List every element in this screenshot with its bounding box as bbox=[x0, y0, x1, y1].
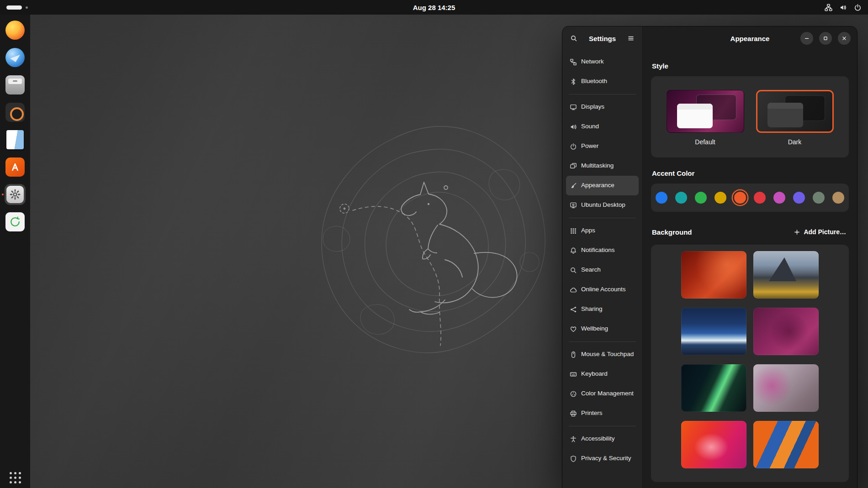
accent-color-blue[interactable] bbox=[656, 192, 667, 204]
sidebar-list: Network Bluetooth Displays Sound Power M… bbox=[562, 50, 642, 488]
accent-color-green[interactable] bbox=[695, 192, 707, 204]
wallpaper-mountain-autumn[interactable] bbox=[753, 251, 819, 299]
appearance-content: Style Default Dark bbox=[643, 50, 857, 488]
sidebar-item-displays[interactable]: Displays bbox=[566, 97, 639, 117]
share-icon bbox=[570, 306, 577, 313]
dock-camera[interactable] bbox=[5, 102, 26, 123]
wallpaper-pale-mascot[interactable] bbox=[753, 364, 819, 412]
sidebar-separator bbox=[569, 341, 636, 342]
dock-thunderbird[interactable] bbox=[5, 47, 26, 68]
wallpaper-desert-illustration[interactable] bbox=[753, 421, 819, 468]
sidebar-item-appearance[interactable]: Appearance bbox=[566, 176, 639, 195]
wallpaper-card bbox=[651, 245, 849, 482]
sidebar-item-privacy-security[interactable]: Privacy & Security bbox=[566, 449, 639, 468]
desktop-wallpaper-artwork bbox=[308, 118, 564, 374]
search-button[interactable] bbox=[566, 31, 582, 46]
apps-grid-icon bbox=[570, 227, 577, 235]
camera-icon bbox=[5, 103, 25, 122]
sidebar-item-search[interactable]: Search bbox=[566, 260, 639, 280]
sidebar-item-power[interactable]: Power bbox=[566, 136, 639, 156]
libreoffice-writer-icon bbox=[6, 130, 24, 149]
sidebar-header: Settings bbox=[562, 26, 642, 50]
add-picture-button[interactable]: Add Picture… bbox=[792, 226, 848, 238]
app-center-icon bbox=[5, 157, 25, 177]
show-apps-button[interactable] bbox=[10, 472, 21, 483]
menu-button[interactable] bbox=[623, 31, 639, 46]
sidebar-item-notifications[interactable]: Notifications bbox=[566, 241, 639, 260]
active-workspace-pill bbox=[6, 5, 22, 10]
accent-color-pink[interactable] bbox=[773, 192, 785, 204]
menu-icon bbox=[627, 35, 635, 42]
accent-color-orange[interactable] bbox=[734, 192, 746, 204]
workspace-indicator[interactable] bbox=[6, 5, 28, 10]
wallpaper-aurora[interactable] bbox=[681, 364, 746, 412]
style-option-default[interactable]: Default bbox=[667, 90, 744, 146]
sidebar-item-label: Power bbox=[581, 142, 598, 150]
sidebar-item-ubuntu-desktop[interactable]: Ubuntu Desktop bbox=[566, 195, 639, 215]
accessibility-icon bbox=[570, 436, 577, 443]
style-section-label: Style bbox=[652, 62, 848, 70]
minimize-button[interactable] bbox=[800, 32, 813, 45]
multitasking-icon bbox=[570, 163, 577, 170]
sidebar-item-sharing[interactable]: Sharing bbox=[566, 299, 639, 319]
sidebar-item-bluetooth[interactable]: Bluetooth bbox=[566, 72, 639, 91]
wallpaper-red-abstract[interactable] bbox=[681, 251, 746, 299]
sidebar-item-online-accounts[interactable]: Online Accounts bbox=[566, 280, 639, 299]
dock-firefox[interactable] bbox=[5, 20, 26, 41]
sidebar-item-label: Online Accounts bbox=[581, 286, 626, 294]
settings-highlight bbox=[5, 184, 26, 205]
network-icon bbox=[570, 58, 577, 66]
sidebar-item-wellbeing[interactable]: Wellbeing bbox=[566, 319, 639, 339]
sidebar-item-label: Displays bbox=[581, 103, 604, 111]
wallpaper-pink-orange-mascot[interactable] bbox=[681, 421, 746, 468]
dark-style-preview bbox=[756, 90, 834, 133]
accent-color-red[interactable] bbox=[754, 192, 766, 204]
sidebar-item-apps[interactable]: Apps bbox=[566, 221, 639, 241]
wallpaper-ocean-storm[interactable] bbox=[681, 308, 746, 355]
accent-color-sage[interactable] bbox=[813, 192, 825, 204]
close-button[interactable] bbox=[838, 32, 851, 45]
sidebar-item-label: Mouse & Touchpad bbox=[581, 351, 634, 358]
sidebar-item-label: Keyboard bbox=[581, 370, 608, 378]
sidebar-item-label: Accessibility bbox=[581, 435, 615, 443]
sidebar-item-keyboard[interactable]: Keyboard bbox=[566, 364, 639, 384]
files-icon bbox=[5, 75, 25, 94]
style-option-dark[interactable]: Dark bbox=[756, 90, 834, 146]
sidebar-item-label: Multitasking bbox=[581, 162, 614, 170]
mouse-icon bbox=[570, 351, 577, 358]
dock-app-center[interactable] bbox=[5, 157, 26, 178]
search-icon bbox=[570, 267, 577, 274]
maximize-button[interactable] bbox=[819, 32, 832, 45]
appearance-icon bbox=[570, 182, 577, 189]
background-section-label: Background bbox=[652, 228, 692, 236]
clock[interactable]: Aug 28 14:25 bbox=[413, 4, 455, 11]
dock-software-updater[interactable] bbox=[5, 211, 26, 232]
dock-files[interactable] bbox=[5, 74, 26, 95]
accent-color-teal[interactable] bbox=[675, 192, 687, 204]
sidebar-item-printers[interactable]: Printers bbox=[566, 404, 639, 423]
sidebar-item-label: Sharing bbox=[581, 305, 603, 313]
add-picture-label: Add Picture… bbox=[804, 228, 846, 236]
software-updater-icon bbox=[5, 212, 25, 231]
sidebar-item-label: Printers bbox=[581, 409, 603, 417]
wallpaper-grid bbox=[681, 251, 819, 468]
accent-color-yellow[interactable] bbox=[715, 192, 726, 204]
accent-color-purple[interactable] bbox=[793, 192, 805, 204]
sidebar-item-color-management[interactable]: Color Management bbox=[566, 384, 639, 404]
dock-settings[interactable] bbox=[5, 184, 26, 205]
sidebar-item-accessibility[interactable]: Accessibility bbox=[566, 429, 639, 449]
power-icon bbox=[570, 143, 577, 150]
sidebar-item-label: Ubuntu Desktop bbox=[581, 201, 625, 209]
sidebar-item-multitasking[interactable]: Multitasking bbox=[566, 156, 639, 176]
sidebar-item-label: Sound bbox=[581, 123, 599, 131]
sidebar-item-mouse-touchpad[interactable]: Mouse & Touchpad bbox=[566, 345, 639, 364]
settings-window: Settings Network Bluetooth Displays Soun… bbox=[562, 26, 857, 488]
system-status-area[interactable] bbox=[825, 4, 862, 11]
background-section-header: Background Add Picture… bbox=[652, 226, 848, 238]
accent-color-bark[interactable] bbox=[832, 192, 844, 204]
sidebar-item-network[interactable]: Network bbox=[566, 52, 639, 72]
sidebar-item-sound[interactable]: Sound bbox=[566, 117, 639, 136]
dock-libreoffice-writer[interactable] bbox=[5, 129, 26, 150]
displays-icon bbox=[570, 104, 577, 111]
wallpaper-magenta-mascot[interactable] bbox=[753, 308, 819, 355]
